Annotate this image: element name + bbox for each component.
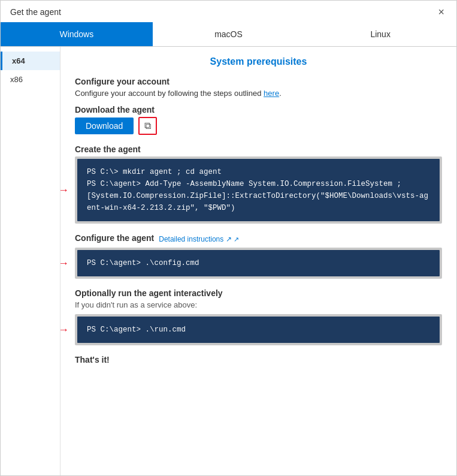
dialog-title: Get the agent — [10, 7, 61, 17]
configure-agent-code-wrapper: PS C:\agent> .\config.cmd — [75, 248, 442, 279]
download-button[interactable]: Download — [75, 118, 134, 134]
arrow-create: → — [60, 184, 69, 197]
thats-it: That's it! — [75, 355, 442, 364]
detailed-instructions-link[interactable]: Detailed instructions ↗ — [159, 235, 238, 243]
download-row: Download ⧉ — [75, 117, 442, 135]
here-link[interactable]: here — [264, 89, 279, 98]
prerequisites-heading: System prerequisites — [75, 56, 442, 67]
arrow-configure: → — [60, 257, 69, 270]
dialog: Get the agent × Windows macOS Linux x64 … — [0, 0, 457, 476]
tab-windows[interactable]: Windows — [1, 22, 153, 46]
tab-macos[interactable]: macOS — [153, 22, 305, 46]
download-agent-heading: Download the agent — [75, 105, 442, 115]
tab-linux[interactable]: Linux — [304, 22, 456, 46]
optionally-text: If you didn't run as a service above: — [75, 300, 442, 309]
configure-agent-heading: Configure the agent — [75, 233, 154, 243]
arrow-run: → — [60, 324, 69, 336]
dialog-header: Get the agent × — [1, 1, 456, 22]
create-agent-code-wrapper: PS C:\> mkdir agent ; cd agent PS C:\age… — [75, 156, 442, 224]
configure-agent-heading-row: Configure the agent Detailed instruction… — [75, 233, 442, 245]
configure-agent-code: PS C:\agent> .\config.cmd — [77, 250, 440, 276]
configure-account-heading: Configure your account — [75, 77, 442, 86]
arch-item-x86[interactable]: x86 — [1, 70, 60, 89]
run-code-wrapper: PS C:\agent> .\run.cmd — [75, 314, 442, 345]
create-agent-code: PS C:\> mkdir agent ; cd agent PS C:\age… — [77, 159, 440, 221]
tab-bar: Windows macOS Linux — [1, 22, 456, 47]
configure-account-text: Configure your account by following the … — [75, 89, 442, 98]
close-button[interactable]: × — [435, 7, 447, 17]
optionally-heading: Optionally run the agent interactively — [75, 288, 442, 298]
arch-sidebar: x64 x86 — [1, 47, 60, 475]
content-area: x64 x86 System prerequisites Configure y… — [1, 47, 456, 475]
arch-item-x64[interactable]: x64 — [1, 52, 60, 70]
main-content: System prerequisites Configure your acco… — [60, 47, 456, 475]
run-code: PS C:\agent> .\run.cmd — [77, 317, 440, 343]
create-agent-heading: Create the agent — [75, 144, 442, 154]
copy-button[interactable]: ⧉ — [138, 117, 157, 135]
